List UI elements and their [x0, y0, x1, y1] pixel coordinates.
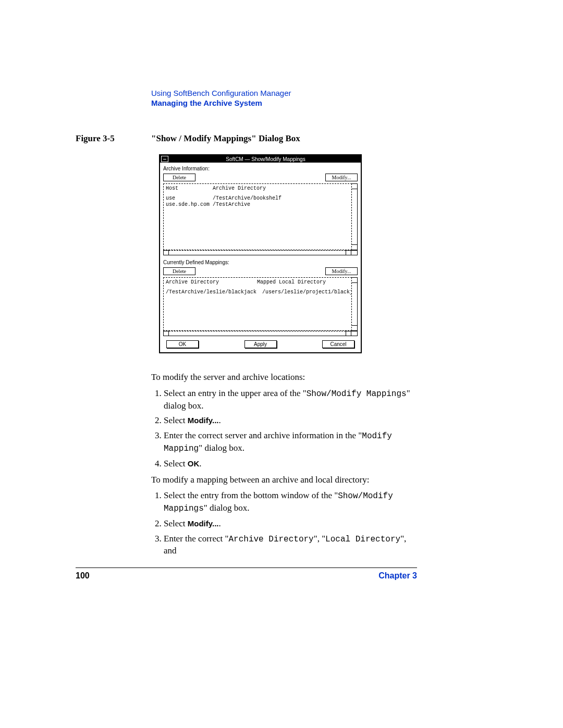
archive-info-label: Archive Information: [163, 166, 358, 171]
mapping-row-local: /users/leslie/project1/blackja [262, 289, 352, 295]
scroll-corner [351, 250, 358, 255]
archive-row-dir: /TestArchive/bookshelf [213, 195, 282, 201]
list-item: Enter the correct "Archive Directory", "… [164, 533, 420, 558]
scroll-up-icon[interactable] [352, 184, 357, 189]
running-head-line1: Using SoftBench Configuration Manager [151, 89, 420, 97]
mappings-label: Currently Defined Mappings: [163, 260, 358, 265]
archive-delete-button[interactable]: Delete [163, 174, 195, 181]
scroll-right-icon[interactable] [346, 250, 351, 255]
archive-list-vscrollbar[interactable] [352, 183, 358, 250]
scroll-down-icon[interactable] [352, 325, 357, 330]
archive-row-dir: /TestArchive [213, 202, 250, 207]
scroll-left-icon[interactable] [163, 250, 169, 255]
archive-row-host: use [166, 195, 213, 202]
running-head-line2: Managing the Archive System [151, 98, 420, 107]
mappings-list-hscrollbar[interactable] [163, 331, 358, 336]
dialog-title: SoftCM — Show/Modify Mappings [172, 156, 360, 162]
chapter-label: Chapter 3 [378, 571, 417, 581]
col-localdir-header: Mapped Local Directory [257, 279, 326, 285]
mappings-list-vscrollbar[interactable] [352, 277, 358, 331]
scroll-left-icon[interactable] [163, 331, 169, 336]
show-modify-mappings-dialog: SoftCM — Show/Modify Mappings Archive In… [159, 154, 362, 353]
mapping-delete-button[interactable]: Delete [163, 267, 195, 275]
col-host-header: Host [166, 186, 213, 192]
mappings-list[interactable]: Archive DirectoryMapped Local Directory … [163, 277, 352, 331]
intro-paragraph: To modify the server and archive locatio… [151, 372, 420, 384]
body-text: To modify the server and archive locatio… [151, 372, 420, 557]
figure-title: "Show / Modify Mappings" Dialog Box [151, 133, 300, 144]
cancel-button[interactable]: Cancel [322, 340, 354, 348]
archive-row[interactable]: use.sde.hp.com/TestArchive [166, 202, 349, 208]
mapping-row-arch: /TestArchive/leslie/blackjack [166, 289, 262, 296]
footer-rule [76, 567, 417, 568]
apply-button[interactable]: Apply [244, 340, 277, 348]
archive-row[interactable]: use/TestArchive/bookshelf [166, 195, 349, 202]
figure-label: Figure 3-5 [76, 133, 151, 144]
system-menu-icon[interactable] [161, 156, 168, 162]
archive-list-hscrollbar[interactable] [163, 250, 358, 255]
archive-info-list[interactable]: HostArchive Directory use/TestArchive/bo… [163, 183, 352, 250]
intro-paragraph: To modify a mapping between an archive a… [151, 474, 420, 486]
page-number: 100 [76, 571, 90, 581]
list-item: Select the entry from the bottom window … [164, 490, 420, 514]
scroll-corner [351, 331, 358, 336]
archive-row-host: use.sde.hp.com [166, 202, 213, 208]
list-item: Enter the correct server and archive inf… [164, 430, 420, 454]
mapping-row[interactable]: /TestArchive/leslie/blackjack/users/lesl… [166, 289, 349, 296]
archive-modify-button[interactable]: Modify... [325, 174, 358, 181]
scroll-right-icon[interactable] [346, 331, 351, 336]
list-item: Select Modify.... [164, 415, 420, 427]
scroll-up-icon[interactable] [352, 278, 357, 283]
ok-button[interactable]: OK [166, 340, 199, 348]
col-archdir-header: Archive Directory [166, 279, 257, 286]
mapping-modify-button[interactable]: Modify... [325, 267, 358, 275]
list-item: Select OK. [164, 458, 420, 470]
dialog-titlebar: SoftCM — Show/Modify Mappings [160, 155, 361, 163]
scroll-down-icon[interactable] [352, 244, 357, 250]
list-item: Select Modify.... [164, 518, 420, 530]
list-item: Select an entry in the upper area of the… [164, 388, 420, 412]
col-dir-header: Archive Directory [213, 186, 266, 191]
